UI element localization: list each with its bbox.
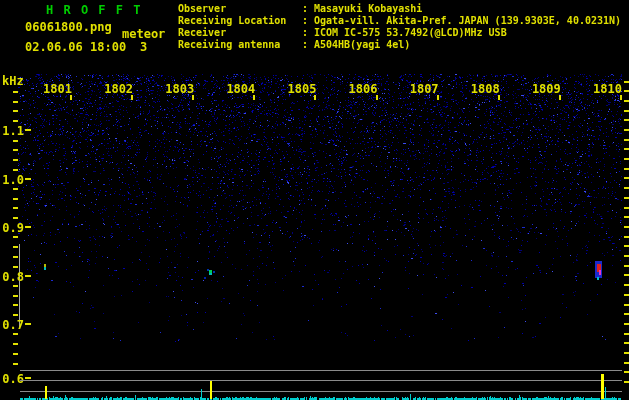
freq-minor-tick-left <box>13 333 18 335</box>
spectrogram-noise-canvas <box>0 0 629 400</box>
freq-minor-tick-right <box>624 226 629 228</box>
time-tick <box>620 95 622 100</box>
freq-minor-tick-right <box>624 274 629 276</box>
signal-spike <box>490 396 491 399</box>
info-value: ICOM IC-575 53.7492(@LCD)MHz USB <box>314 27 507 39</box>
time-label: 1806 <box>348 82 378 96</box>
freq-minor-tick-right <box>624 119 629 121</box>
freq-minor-tick-left <box>13 120 18 122</box>
freq-minor-tick-left <box>13 101 18 103</box>
station-info-row: Receiving Location:Ogata-vill. Akita-Pre… <box>178 15 621 27</box>
info-value: Ogata-vill. Akita-Pref. JAPAN (139.9303E… <box>314 15 621 27</box>
freq-minor-tick-left <box>13 236 18 238</box>
freq-minor-tick-left <box>13 285 18 287</box>
meteor-echo-mark <box>213 271 215 273</box>
freq-minor-tick-right <box>624 352 629 354</box>
freq-minor-tick-right <box>624 255 629 257</box>
meteor-echo-mark <box>204 277 206 279</box>
freq-minor-tick-left <box>13 266 18 268</box>
freq-minor-tick-right <box>624 236 629 238</box>
info-label: Observer <box>178 3 302 15</box>
freq-minor-tick-left <box>13 91 18 93</box>
time-tick <box>376 95 378 100</box>
freq-major-tick <box>25 129 31 131</box>
time-tick <box>314 95 316 100</box>
observation-datetime: 02.06.06 18:00 <box>25 40 126 54</box>
freq-major-tick <box>25 178 31 180</box>
freq-minor-tick-right <box>624 313 629 315</box>
info-separator: : <box>302 27 314 39</box>
freq-minor-tick-left <box>13 169 18 171</box>
freq-label: 0.6 <box>0 372 24 386</box>
freq-minor-tick-right <box>624 148 629 150</box>
time-tick <box>131 95 133 100</box>
freq-label: 0.8 <box>0 270 24 284</box>
freq-major-tick <box>25 275 31 277</box>
signal-spike <box>601 374 604 399</box>
freq-minor-tick-right <box>624 245 629 247</box>
time-tick <box>253 95 255 100</box>
station-info-row: Receiver:ICOM IC-575 53.7492(@LCD)MHz US… <box>178 27 621 39</box>
signal-spike <box>201 389 202 399</box>
freq-label: 1.1 <box>0 124 24 138</box>
time-label: 1802 <box>103 82 133 96</box>
freq-minor-tick-left <box>13 110 18 112</box>
freq-major-tick <box>25 226 31 228</box>
freq-minor-tick-right <box>624 323 629 325</box>
freq-minor-tick-right <box>624 381 629 383</box>
meteor-count: 3 <box>140 40 147 54</box>
level-reference-line <box>20 370 622 371</box>
time-label: 1804 <box>225 82 255 96</box>
freq-minor-tick-right <box>624 284 629 286</box>
freq-minor-tick-right <box>624 90 629 92</box>
freq-minor-tick-right <box>624 265 629 267</box>
freq-minor-tick-left <box>13 363 18 365</box>
freq-minor-tick-right <box>624 187 629 189</box>
time-label: 1807 <box>409 82 439 96</box>
freq-minor-tick-left <box>13 256 18 258</box>
freq-minor-tick-right <box>624 342 629 344</box>
meteor-echo-mark <box>209 273 212 275</box>
freq-minor-tick-right <box>624 81 629 83</box>
station-info-row: Observer:Masayuki Kobayashi <box>178 3 621 15</box>
freq-axis-unit-label: kHz <box>2 74 24 88</box>
freq-minor-tick-right <box>624 139 629 141</box>
meteor-echo-mark <box>597 277 599 280</box>
time-label: 1803 <box>164 82 194 96</box>
time-tick <box>437 95 439 100</box>
station-info-block: Observer:Masayuki KobayashiReceiving Loc… <box>178 3 621 51</box>
freq-major-tick <box>25 377 31 379</box>
freq-minor-tick-left <box>13 149 18 151</box>
freq-major-tick <box>25 323 31 325</box>
freq-minor-tick-right <box>624 129 629 131</box>
hrofft-screen: H R O F F T 06061800.png meteor 02.06.06… <box>0 0 629 400</box>
time-label: 1805 <box>286 82 316 96</box>
time-label: 1809 <box>531 82 561 96</box>
time-tick <box>70 95 72 100</box>
info-separator: : <box>302 39 314 51</box>
freq-minor-tick-left <box>13 343 18 345</box>
app-title: H R O F F T <box>46 3 142 17</box>
freq-minor-tick-left <box>13 295 18 297</box>
signal-spike <box>45 386 47 399</box>
info-separator: : <box>302 3 314 15</box>
freq-minor-tick-left <box>13 246 18 248</box>
freq-minor-tick-left <box>13 207 18 209</box>
freq-minor-tick-right <box>624 177 629 179</box>
info-label: Receiving Location <box>178 15 302 27</box>
freq-minor-tick-right <box>624 197 629 199</box>
signal-spike <box>310 396 311 399</box>
freq-minor-tick-right <box>624 371 629 373</box>
time-tick <box>559 95 561 100</box>
info-label: Receiver <box>178 27 302 39</box>
time-tick <box>192 95 194 100</box>
freq-minor-tick-right <box>624 304 629 306</box>
info-value: A504HB(yagi 4el) <box>314 39 410 51</box>
meteor-echo-mark <box>44 267 46 270</box>
info-separator: : <box>302 15 314 27</box>
freq-minor-tick-right <box>624 207 629 209</box>
station-info-row: Receiving antenna:A504HB(yagi 4el) <box>178 39 621 51</box>
freq-minor-tick-left <box>13 159 18 161</box>
freq-minor-tick-left <box>13 314 18 316</box>
level-reference-line <box>20 380 622 381</box>
